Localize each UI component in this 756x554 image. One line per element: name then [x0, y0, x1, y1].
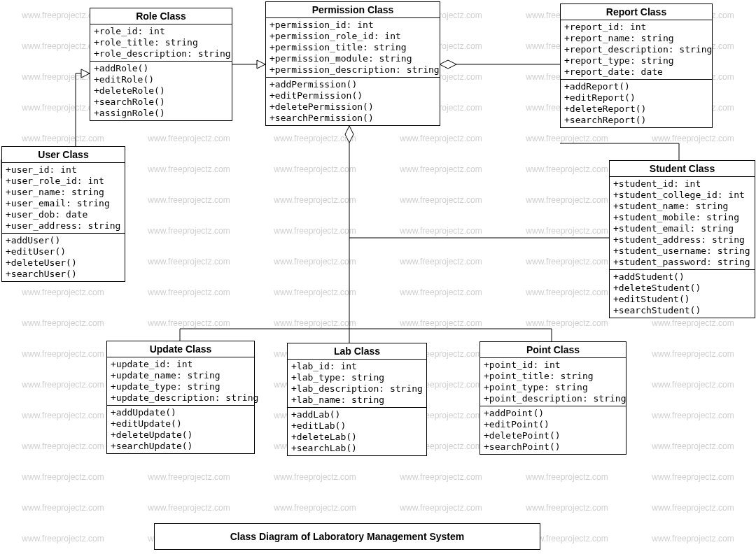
- class-report-attributes: +report_id: int+report_name: string+repo…: [561, 20, 712, 80]
- class-line: +editUser(): [6, 246, 121, 257]
- class-line: +role_id: int: [94, 26, 228, 37]
- class-role-title: Role Class: [90, 8, 232, 24]
- class-student: Student Class +student_id: int+student_c…: [609, 160, 755, 318]
- svg-marker-7: [345, 126, 354, 143]
- class-line: +addStudent(): [613, 271, 751, 283]
- svg-marker-6: [440, 60, 456, 69]
- class-line: +point_id: int: [484, 360, 622, 371]
- class-point-title: Point Class: [480, 342, 626, 358]
- class-line: +update_type: string: [111, 381, 251, 392]
- class-line: +lab_name: string: [291, 395, 423, 406]
- class-lab: Lab Class +lab_id: int+lab_type: string+…: [287, 343, 427, 456]
- class-line: +deleteUpdate(): [111, 429, 251, 441]
- class-lab-methods: +addLab()+editLab()+deleteLab()+searchLa…: [288, 408, 426, 455]
- class-line: +student_name: string: [613, 201, 751, 212]
- class-line: +editRole(): [94, 74, 228, 85]
- class-line: +student_college_id: int: [613, 190, 751, 201]
- class-line: +lab_type: string: [291, 372, 423, 383]
- class-line: +permission_id: int: [270, 20, 436, 31]
- class-line: +student_mobile: string: [613, 212, 751, 223]
- class-role-methods: +addRole()+editRole()+deleteRole()+searc…: [90, 62, 232, 120]
- class-line: +student_password: string: [613, 257, 751, 268]
- class-point-methods: +addPoint()+editPoint()+deletePoint()+se…: [480, 406, 626, 454]
- class-line: +student_username: string: [613, 246, 751, 257]
- class-line: +permission_description: string: [270, 64, 436, 76]
- class-line: +report_date: date: [564, 66, 708, 78]
- class-line: +permission_title: string: [270, 42, 436, 53]
- class-line: +report_description: string: [564, 44, 708, 55]
- svg-marker-4: [257, 60, 265, 69]
- class-line: +permission_module: string: [270, 53, 436, 64]
- class-permission-title: Permission Class: [266, 2, 440, 18]
- class-line: +deleteRole(): [94, 85, 228, 97]
- class-line: +user_email: string: [6, 198, 121, 209]
- class-report-methods: +addReport()+editReport()+deleteReport()…: [561, 80, 712, 127]
- class-line: +addPoint(): [484, 408, 622, 419]
- class-line: +deleteReport(): [564, 104, 708, 115]
- class-permission: Permission Class +permission_id: int+per…: [265, 1, 440, 126]
- class-line: +report_id: int: [564, 22, 708, 33]
- class-line: +addPermission(): [270, 79, 436, 90]
- class-update-attributes: +update_id: int+update_name: string+upda…: [107, 357, 254, 406]
- class-student-attributes: +student_id: int+student_college_id: int…: [610, 177, 755, 270]
- class-report-title: Report Class: [561, 4, 712, 20]
- class-permission-attributes: +permission_id: int+permission_role_id: …: [266, 18, 440, 78]
- class-user-title: User Class: [2, 147, 125, 163]
- class-line: +searchLab(): [291, 443, 423, 454]
- class-point-attributes: +point_id: int+point_title: string+point…: [480, 358, 626, 406]
- diagram-title: Class Diagram of Laboratory Management S…: [154, 523, 540, 550]
- class-line: +searchStudent(): [613, 305, 751, 316]
- class-line: +searchPoint(): [484, 441, 622, 453]
- class-line: +user_address: string: [6, 220, 121, 232]
- class-line: +user_name: string: [6, 187, 121, 198]
- class-update-methods: +addUpdate()+editUpdate()+deleteUpdate()…: [107, 406, 254, 453]
- class-line: +point_type: string: [484, 382, 622, 393]
- class-line: +editStudent(): [613, 294, 751, 305]
- class-user: User Class +user_id: int+user_role_id: i…: [1, 146, 125, 282]
- class-line: +student_email: string: [613, 223, 751, 234]
- class-student-title: Student Class: [610, 161, 755, 177]
- class-lab-attributes: +lab_id: int+lab_type: string+lab_descri…: [288, 360, 426, 408]
- class-line: +searchReport(): [564, 115, 708, 126]
- class-line: +editLab(): [291, 420, 423, 432]
- class-line: +deletePoint(): [484, 430, 622, 441]
- class-line: +deletePermission(): [270, 101, 436, 113]
- class-line: +searchUser(): [6, 269, 121, 280]
- class-user-attributes: +user_id: int+user_role_id: int+user_nam…: [2, 163, 125, 234]
- class-line: +update_name: string: [111, 370, 251, 381]
- class-line: +addRole(): [94, 63, 228, 74]
- class-update: Update Class +update_id: int+update_name…: [106, 341, 255, 454]
- class-line: +addUser(): [6, 235, 121, 246]
- class-line: +addReport(): [564, 81, 708, 92]
- class-line: +editUpdate(): [111, 418, 251, 429]
- class-line: +editPoint(): [484, 419, 622, 430]
- class-line: +student_address: string: [613, 234, 751, 246]
- class-line: +editReport(): [564, 92, 708, 104]
- class-line: +report_type: string: [564, 55, 708, 66]
- class-line: +role_title: string: [94, 37, 228, 48]
- class-line: +lab_description: string: [291, 383, 423, 395]
- class-line: +deleteUser(): [6, 257, 121, 269]
- class-line: +permission_role_id: int: [270, 31, 436, 42]
- class-permission-methods: +addPermission()+editPermission()+delete…: [266, 78, 440, 125]
- class-role-attributes: +role_id: int+role_title: string+role_de…: [90, 24, 232, 62]
- class-report: Report Class +report_id: int+report_name…: [560, 3, 713, 128]
- class-line: +searchPermission(): [270, 113, 436, 124]
- class-point: Point Class +point_id: int+point_title: …: [479, 341, 626, 455]
- svg-marker-2: [81, 69, 90, 78]
- class-line: +editPermission(): [270, 90, 436, 101]
- class-line: +deleteLab(): [291, 432, 423, 443]
- class-line: +update_description: string: [111, 392, 251, 404]
- class-line: +student_id: int: [613, 178, 751, 190]
- class-line: +role_description: string: [94, 48, 228, 59]
- class-line: +assignRole(): [94, 108, 228, 119]
- class-lab-title: Lab Class: [288, 343, 426, 360]
- class-update-title: Update Class: [107, 341, 254, 357]
- class-line: +report_name: string: [564, 33, 708, 44]
- class-line: +addLab(): [291, 409, 423, 420]
- class-line: +user_role_id: int: [6, 176, 121, 187]
- class-user-methods: +addUser()+editUser()+deleteUser()+searc…: [2, 234, 125, 281]
- class-line: +user_id: int: [6, 164, 121, 176]
- class-student-methods: +addStudent()+deleteStudent()+editStuden…: [610, 270, 755, 318]
- class-line: +update_id: int: [111, 359, 251, 370]
